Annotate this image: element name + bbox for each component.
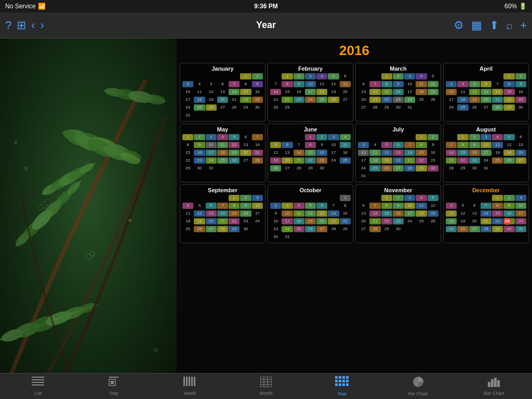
day-cell[interactable]: 8 xyxy=(240,81,251,88)
day-cell[interactable]: 14 xyxy=(481,210,491,217)
day-cell[interactable]: 25 xyxy=(492,157,503,164)
tab-pie-chart[interactable]: Pie Chart xyxy=(380,374,456,398)
day-cell[interactable]: 28 xyxy=(252,157,263,164)
day-cell[interactable]: 16 xyxy=(515,88,526,96)
day-cell[interactable]: 14 xyxy=(270,88,281,96)
day-cell[interactable]: 14 xyxy=(369,210,380,217)
day-cell[interactable]: 19 xyxy=(503,149,514,156)
day-cell[interactable]: 4 xyxy=(217,134,228,141)
day-cell[interactable]: 3 xyxy=(358,141,369,149)
day-cell[interactable]: 18 xyxy=(416,210,427,217)
day-cell[interactable]: 8 xyxy=(381,202,392,209)
day-cell[interactable]: 13 xyxy=(393,149,404,156)
day-cell[interactable]: 24 xyxy=(481,157,491,164)
day-cell[interactable]: 18 xyxy=(446,218,457,225)
day-cell[interactable]: 13 xyxy=(469,210,480,217)
day-cell[interactable]: 17 xyxy=(206,149,217,156)
day-cell[interactable]: 18 xyxy=(194,96,205,103)
day-cell[interactable]: 17 xyxy=(305,88,316,96)
day-cell[interactable]: 30 xyxy=(194,165,205,172)
tab-day[interactable]: Day xyxy=(76,375,152,398)
day-cell[interactable]: 3 xyxy=(404,73,415,80)
day-cell[interactable]: 30 xyxy=(503,225,514,233)
day-cell[interactable]: 14 xyxy=(294,149,304,156)
day-cell[interactable]: 15 xyxy=(381,210,392,217)
day-cell[interactable]: 22 xyxy=(381,96,392,103)
day-cell[interactable]: 10 xyxy=(404,202,415,209)
day-cell[interactable]: 10 xyxy=(252,202,263,209)
day-cell[interactable]: 2 xyxy=(194,134,205,141)
day-cell[interactable]: 7 xyxy=(217,202,228,209)
day-cell[interactable]: 24 xyxy=(358,165,369,172)
day-cell[interactable]: 29 xyxy=(492,225,503,233)
day-cell[interactable]: 14 xyxy=(492,88,503,96)
day-cell[interactable]: 4 xyxy=(416,73,427,80)
day-cell[interactable]: 13 xyxy=(358,210,369,217)
month-block-december[interactable]: December12345678910111213141516171819202… xyxy=(443,184,529,243)
day-cell[interactable]: 24 xyxy=(404,218,415,225)
day-cell[interactable]: 17 xyxy=(404,88,415,96)
day-cell[interactable]: 22 xyxy=(381,218,392,225)
day-cell[interactable]: 10 xyxy=(305,81,316,88)
day-cell[interactable]: 20 xyxy=(481,96,491,103)
day-cell[interactable]: 11 xyxy=(217,141,228,149)
day-cell[interactable]: 11 xyxy=(416,81,427,88)
day-cell[interactable]: 23 xyxy=(294,96,304,103)
day-cell[interactable]: 26 xyxy=(381,165,392,172)
day-cell[interactable]: 26 xyxy=(457,225,468,233)
day-cell[interactable]: 24 xyxy=(328,157,339,164)
day-cell[interactable]: 8 xyxy=(305,141,316,149)
day-cell[interactable]: 1 xyxy=(381,73,392,80)
day-cell[interactable]: 3 xyxy=(305,73,316,80)
day-cell[interactable]: 26 xyxy=(469,104,480,111)
month-block-october[interactable]: October123456789101112131415161718192021… xyxy=(268,184,353,243)
day-cell[interactable]: 28 xyxy=(369,104,380,111)
tab-year[interactable]: Year xyxy=(304,374,380,398)
day-cell[interactable]: 31 xyxy=(358,172,369,180)
day-cell[interactable]: 6 xyxy=(240,134,251,141)
day-cell[interactable]: 28 xyxy=(294,165,304,172)
day-cell[interactable]: 26 xyxy=(270,165,281,172)
day-cell[interactable]: 22 xyxy=(305,157,316,164)
day-cell[interactable]: 30 xyxy=(515,104,526,111)
day-cell[interactable]: 21 xyxy=(328,218,339,225)
day-cell[interactable]: 30 xyxy=(469,165,480,172)
day-cell[interactable]: 15 xyxy=(282,88,292,96)
day-cell[interactable]: 17 xyxy=(182,96,193,103)
day-cell[interactable]: 12 xyxy=(305,210,316,217)
day-cell[interactable]: 19 xyxy=(428,88,438,96)
day-cell[interactable]: 23 xyxy=(393,218,404,225)
day-cell[interactable]: 1 xyxy=(457,134,468,141)
day-cell[interactable]: 7 xyxy=(229,81,240,88)
day-cell[interactable]: 20 xyxy=(217,96,228,103)
day-cell[interactable]: 16 xyxy=(294,88,304,96)
day-cell[interactable]: 15 xyxy=(340,210,351,217)
day-cell[interactable]: 20 xyxy=(515,149,526,156)
calendar-panel[interactable]: 2016 January1234567891011121314151617181… xyxy=(177,38,532,373)
day-cell[interactable]: 15 xyxy=(182,149,193,156)
day-cell[interactable]: 2 xyxy=(270,202,281,209)
day-cell[interactable]: 9 xyxy=(393,81,404,88)
day-cell[interactable]: 3 xyxy=(206,134,217,141)
day-cell[interactable]: 24 xyxy=(282,225,292,233)
day-cell[interactable]: 10 xyxy=(446,88,457,96)
day-cell[interactable]: 12 xyxy=(194,210,205,217)
day-cell[interactable]: 14 xyxy=(404,149,415,156)
day-cell[interactable]: 16 xyxy=(393,88,404,96)
settings-button[interactable]: ⚙ xyxy=(454,19,464,32)
day-cell[interactable]: 10 xyxy=(328,141,339,149)
day-cell[interactable]: 5 xyxy=(381,141,392,149)
day-cell[interactable]: 1 xyxy=(503,73,514,80)
search-button[interactable]: ⌕ xyxy=(506,19,513,32)
day-cell[interactable]: 16 xyxy=(252,88,263,96)
day-cell[interactable]: 26 xyxy=(194,225,205,233)
day-cell[interactable]: 18 xyxy=(340,149,351,156)
day-cell[interactable]: 9 xyxy=(469,141,480,149)
month-block-august[interactable]: August1234567891011121314151617181920212… xyxy=(443,124,529,182)
day-cell[interactable]: 30 xyxy=(240,225,251,233)
day-cell[interactable]: 21 xyxy=(481,218,491,225)
day-cell[interactable]: 22 xyxy=(492,218,503,225)
day-cell[interactable]: 13 xyxy=(240,141,251,149)
day-cell[interactable]: 19 xyxy=(206,96,217,103)
day-cell[interactable]: 15 xyxy=(381,88,392,96)
